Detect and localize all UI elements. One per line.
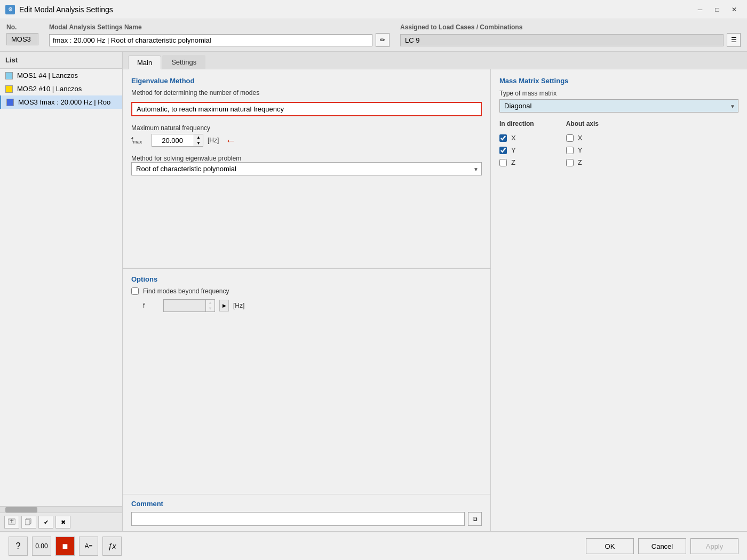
maximize-button[interactable]: □ xyxy=(710,4,725,15)
square-button[interactable]: ■ xyxy=(55,537,75,556)
options-f-label: f xyxy=(143,302,159,309)
help-button[interactable]: ? xyxy=(9,537,28,556)
header-assigned-col: Assigned to Load Cases / Combinations LC… xyxy=(400,23,741,47)
name-label: Modal Analysis Settings Name xyxy=(49,23,390,31)
sidebar-add-button[interactable]: + xyxy=(4,516,19,529)
find-modes-checkbox[interactable] xyxy=(131,287,139,295)
comment-input-row: ⧉ xyxy=(131,512,482,526)
sidebar-x-button[interactable]: ✖ xyxy=(55,516,70,529)
left-sections: Eigenvalue Method Method for determining… xyxy=(123,69,491,531)
axis-x-row: X xyxy=(566,134,599,142)
sidebar-scrollbar-thumb xyxy=(5,507,37,513)
az-button[interactable]: A= xyxy=(79,537,98,556)
assigned-field: LC 9 xyxy=(400,34,724,46)
options-spin: ▲ ▼ xyxy=(206,299,215,312)
axis-z-label[interactable]: Z xyxy=(578,158,582,166)
edit-name-button[interactable]: ✏ xyxy=(376,33,390,47)
right-sections: Mass Matrix Settings Type of mass matrix… xyxy=(491,69,747,531)
options-freq-input xyxy=(163,299,206,312)
sidebar: List MOS1 #4 | Lanczos MOS2 #10 | Lanczo… xyxy=(0,52,123,531)
mos3-label: MOS3 fmax : 20.000 Hz | Roo xyxy=(18,98,110,106)
mos1-color xyxy=(5,72,13,79)
zero-button[interactable]: 0.00 xyxy=(32,537,51,556)
dir-x-label[interactable]: X xyxy=(511,134,516,142)
arrow-indicator: ← xyxy=(225,134,236,147)
in-direction-col: In direction X Y Z xyxy=(499,120,534,166)
right-panel: Main Settings Eigenvalue Method Method f… xyxy=(123,52,747,531)
eigenvalue-method-block: Method for determining the number of mod… xyxy=(131,89,482,116)
fmax-spin-down[interactable]: ▼ xyxy=(194,140,203,146)
eigenvalue-title: Eigenvalue Method xyxy=(131,77,482,85)
title-bar-left: ⚙ Edit Modal Analysis Settings xyxy=(5,5,113,14)
comment-block: Comment ⧉ xyxy=(123,494,490,531)
mass-matrix-title: Mass Matrix Settings xyxy=(499,77,738,85)
fx-button[interactable]: ƒx xyxy=(102,537,122,556)
max-freq-label: Maximum natural frequency xyxy=(131,124,210,132)
dir-z-checkbox[interactable] xyxy=(499,159,507,166)
sidebar-check-button[interactable]: ✔ xyxy=(38,516,53,529)
about-axis-col: About axis X Y Z xyxy=(566,120,599,166)
bottom-left: ? 0.00 ■ A= ƒx xyxy=(9,537,122,556)
no-field: MOS3 xyxy=(6,33,38,45)
sidebar-copy-button[interactable] xyxy=(21,516,36,529)
no-label: No. xyxy=(6,23,38,31)
sidebar-item-mos3[interactable]: MOS3 fmax : 20.000 Hz | Roo xyxy=(0,95,122,109)
tabs: Main Settings xyxy=(123,52,747,69)
window-controls[interactable]: ─ □ ✕ xyxy=(693,4,742,15)
comment-title: Comment xyxy=(131,500,482,508)
sidebar-item-mos2[interactable]: MOS2 #10 | Lanczos xyxy=(0,82,122,95)
bottom-right: OK Cancel Apply xyxy=(586,538,738,554)
mos2-color xyxy=(5,85,13,93)
dir-y-row: Y xyxy=(499,146,534,154)
assigned-edit-button[interactable]: ☰ xyxy=(727,33,741,47)
eigenvalue-dropdown[interactable]: Root of characteristic polynomial Lanczo… xyxy=(131,162,482,175)
fmax-spin-up[interactable]: ▲ xyxy=(194,134,203,140)
mass-type-wrapper: Diagonal Consistent ▼ xyxy=(499,99,738,113)
right-spacer xyxy=(491,174,747,531)
name-field[interactable]: fmax : 20.000 Hz | Root of characteristi… xyxy=(49,34,372,46)
fmax-input[interactable] xyxy=(152,134,194,147)
dir-y-checkbox[interactable] xyxy=(499,147,507,154)
sidebar-scrollbar[interactable] xyxy=(0,506,122,513)
options-unit: [Hz] xyxy=(233,302,244,309)
dir-y-label[interactable]: Y xyxy=(511,146,516,154)
close-button[interactable]: ✕ xyxy=(727,4,742,15)
method-label: Method for determining the number of mod… xyxy=(131,89,482,97)
svg-text:+: + xyxy=(10,518,14,525)
in-direction-title: In direction xyxy=(499,120,534,127)
minimize-button[interactable]: ─ xyxy=(693,4,708,15)
cancel-button[interactable]: Cancel xyxy=(638,538,686,554)
find-modes-label[interactable]: Find modes beyond frequency xyxy=(143,287,229,295)
tab-settings[interactable]: Settings xyxy=(162,55,205,69)
method-dropdown[interactable]: Automatic, to reach maximum natural freq… xyxy=(131,102,482,116)
mass-matrix-section: Mass Matrix Settings Type of mass matrix… xyxy=(491,69,747,174)
fmax-spin: ▲ ▼ xyxy=(194,134,203,147)
axis-z-row: Z xyxy=(566,158,599,166)
ok-button[interactable]: OK xyxy=(586,538,634,554)
comment-copy-button[interactable]: ⧉ xyxy=(468,512,482,526)
sidebar-header: List xyxy=(0,52,122,69)
axis-x-checkbox[interactable] xyxy=(566,134,574,142)
mass-type-dropdown[interactable]: Diagonal Consistent xyxy=(499,99,738,113)
mos1-label: MOS1 #4 | Lanczos xyxy=(17,71,78,79)
bottom-bar: ? 0.00 ■ A= ƒx OK Cancel Apply xyxy=(0,531,747,560)
dir-x-checkbox[interactable] xyxy=(499,134,507,142)
dir-z-label[interactable]: Z xyxy=(511,158,515,166)
tab-main[interactable]: Main xyxy=(128,55,161,69)
axis-y-checkbox[interactable] xyxy=(566,147,574,154)
axis-y-label[interactable]: Y xyxy=(578,146,583,154)
header-row: No. MOS3 Modal Analysis Settings Name fm… xyxy=(0,19,747,52)
options-arrow-btn[interactable]: ▶ xyxy=(219,300,229,311)
eigenvalue-dropdown-wrapper: Root of characteristic polynomial Lanczo… xyxy=(131,162,482,175)
options-spin-up: ▲ xyxy=(206,300,214,306)
fmax-unit: [Hz] xyxy=(208,137,219,144)
axis-y-row: Y xyxy=(566,146,599,154)
sidebar-item-mos1[interactable]: MOS1 #4 | Lanczos xyxy=(0,69,122,82)
comment-input[interactable] xyxy=(131,512,465,526)
apply-button[interactable]: Apply xyxy=(690,538,738,554)
axis-z-checkbox[interactable] xyxy=(566,159,574,166)
tab-content: Eigenvalue Method Method for determining… xyxy=(123,69,747,531)
mass-type-block: Type of mass matrix Diagonal Consistent … xyxy=(499,89,738,113)
content-area: List MOS1 #4 | Lanczos MOS2 #10 | Lanczo… xyxy=(0,52,747,531)
axis-x-label[interactable]: X xyxy=(578,134,583,142)
